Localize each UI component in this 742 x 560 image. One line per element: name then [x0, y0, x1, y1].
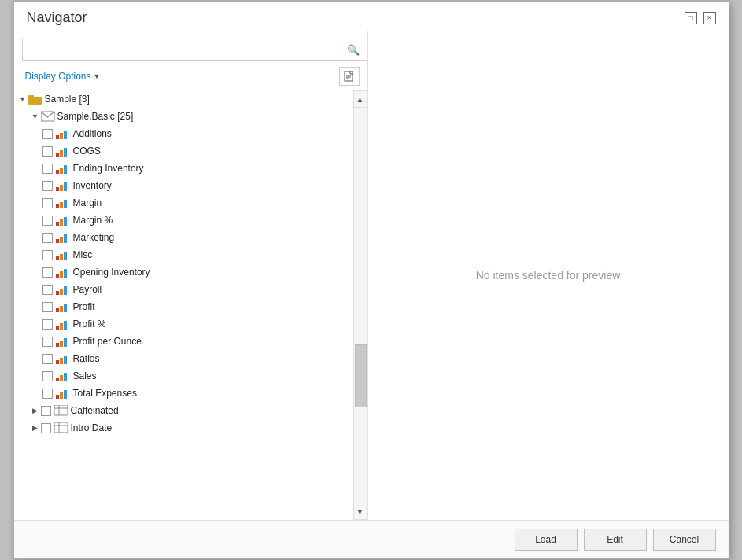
- item-label: Ratios: [73, 353, 100, 364]
- list-item[interactable]: Additions: [14, 125, 367, 142]
- display-options-label: Display Options: [25, 71, 91, 82]
- preview-icon-button[interactable]: [339, 67, 360, 86]
- sample-node-label: Sample [3]: [45, 94, 90, 105]
- chart-icon: [56, 353, 70, 364]
- item-checkbox[interactable]: [41, 423, 51, 433]
- page-icon: [344, 71, 355, 82]
- item-checkbox[interactable]: [42, 389, 53, 399]
- chart-icon: [56, 180, 70, 191]
- expand-icon: ▼: [30, 111, 41, 122]
- preview-panel: No items selected for preview: [368, 31, 729, 520]
- item-checkbox[interactable]: [42, 267, 53, 278]
- maximize-button[interactable]: □: [685, 12, 697, 24]
- list-item[interactable]: Marketing: [14, 229, 367, 246]
- item-checkbox[interactable]: [42, 354, 53, 364]
- list-item[interactable]: Opening Inventory: [14, 263, 367, 281]
- item-label: Sales: [73, 370, 97, 381]
- list-item[interactable]: Total Expenses: [14, 385, 367, 402]
- chart-icon: [56, 336, 70, 347]
- item-checkbox[interactable]: [41, 406, 51, 416]
- item-checkbox[interactable]: [42, 129, 53, 139]
- search-input[interactable]: [22, 39, 367, 61]
- item-label: Opening Inventory: [73, 267, 150, 278]
- list-item[interactable]: Profit %: [14, 315, 367, 333]
- item-label: COGS: [73, 146, 101, 157]
- item-label: Margin: [73, 197, 102, 208]
- chart-icon: [56, 232, 70, 243]
- svg-rect-10: [54, 422, 68, 433]
- list-item[interactable]: Ending Inventory: [14, 160, 367, 177]
- item-label: Profit per Ounce: [73, 336, 142, 347]
- scroll-down-button[interactable]: ▼: [353, 503, 367, 520]
- item-checkbox[interactable]: [42, 371, 53, 381]
- item-checkbox[interactable]: [42, 198, 53, 208]
- tree-area[interactable]: ▲ ▼ Sample [3] ▼: [14, 90, 367, 520]
- list-item[interactable]: COGS: [14, 142, 367, 160]
- item-label: Ending Inventory: [73, 163, 144, 174]
- list-item[interactable]: Sales: [14, 367, 367, 385]
- list-item[interactable]: Ratios: [14, 350, 367, 367]
- chart-icon: [56, 388, 70, 399]
- svg-rect-5: [28, 95, 34, 98]
- item-checkbox[interactable]: [42, 302, 53, 312]
- scrollbar-thumb[interactable]: [355, 344, 367, 407]
- item-checkbox[interactable]: [42, 337, 53, 347]
- item-checkbox[interactable]: [42, 181, 53, 191]
- item-label: Marketing: [73, 232, 115, 243]
- expand-icon: ▶: [30, 405, 41, 416]
- load-button[interactable]: Load: [515, 529, 578, 551]
- list-item[interactable]: Profit per Ounce: [14, 333, 367, 350]
- list-item[interactable]: Margin %: [14, 212, 367, 229]
- item-label: Total Expenses: [73, 388, 137, 399]
- close-button[interactable]: ×: [703, 12, 716, 24]
- list-item[interactable]: Profit: [14, 298, 367, 315]
- tree-node-intro-date[interactable]: ▶ Intro Date: [14, 419, 367, 437]
- tree-node-sample-basic[interactable]: ▼ Sample.Basic [25]: [14, 108, 367, 125]
- item-label: Additions: [73, 128, 112, 139]
- cancel-button[interactable]: Cancel: [653, 529, 716, 551]
- scroll-up-button[interactable]: ▲: [353, 90, 367, 108]
- table-icon: [54, 405, 68, 416]
- tree-node-caffeinated[interactable]: ▶ Caffeinated: [14, 402, 367, 419]
- item-label: Payroll: [73, 284, 102, 295]
- item-checkbox[interactable]: [42, 233, 53, 243]
- svg-rect-4: [28, 97, 42, 105]
- svg-rect-7: [54, 405, 68, 415]
- chart-icon: [56, 146, 70, 157]
- item-checkbox[interactable]: [42, 250, 53, 260]
- item-label: Margin %: [73, 215, 113, 226]
- item-label: Profit: [73, 301, 95, 312]
- list-item[interactable]: Inventory: [14, 177, 367, 194]
- item-label: Misc: [73, 249, 93, 260]
- chart-icon: [56, 163, 70, 174]
- chart-icon: [56, 267, 70, 278]
- dialog-footer: Load Edit Cancel: [14, 520, 729, 558]
- navigator-dialog: Navigator □ × 🔍 Display Options ▼: [13, 1, 729, 559]
- chart-icon: [56, 370, 70, 381]
- chart-icon: [56, 319, 70, 330]
- scrollbar-track: [353, 108, 367, 503]
- list-item[interactable]: Payroll: [14, 281, 367, 298]
- display-options-button[interactable]: Display Options ▼: [22, 69, 104, 83]
- tree-node-sample[interactable]: ▼ Sample [3]: [14, 90, 367, 108]
- edit-button[interactable]: Edit: [584, 529, 647, 551]
- item-checkbox[interactable]: [42, 164, 53, 174]
- folder-icon: [28, 94, 42, 105]
- item-checkbox[interactable]: [42, 319, 53, 330]
- chart-icon: [56, 128, 70, 139]
- search-bar: 🔍: [14, 31, 367, 65]
- dialog-body: 🔍 Display Options ▼: [14, 31, 729, 520]
- list-item[interactable]: Misc: [14, 246, 367, 263]
- item-checkbox[interactable]: [42, 216, 53, 226]
- envelope-icon: [41, 111, 55, 122]
- item-checkbox[interactable]: [42, 146, 53, 157]
- item-label: Caffeinated: [71, 405, 119, 416]
- list-item[interactable]: Margin: [14, 194, 367, 212]
- table-icon: [54, 422, 68, 433]
- expand-icon: ▶: [30, 422, 41, 433]
- expand-icon: ▼: [17, 94, 28, 105]
- title-bar-controls: □ ×: [685, 12, 716, 24]
- item-checkbox[interactable]: [42, 285, 53, 295]
- chevron-down-icon: ▼: [94, 72, 101, 80]
- chart-icon: [56, 215, 70, 226]
